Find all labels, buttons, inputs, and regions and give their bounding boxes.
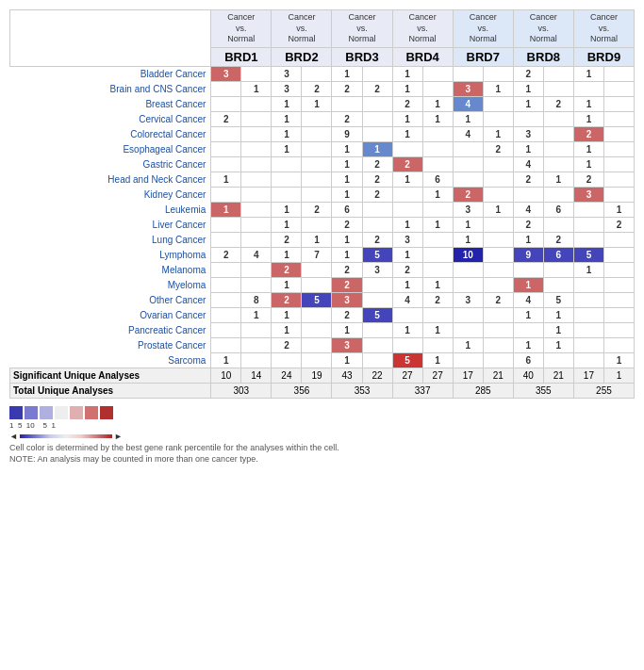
table-cell: 1 <box>543 323 573 338</box>
table-cell: 2 <box>272 338 302 353</box>
table-cell <box>241 203 272 218</box>
table-cell: 1 <box>453 338 483 353</box>
table-cell <box>543 127 573 142</box>
table-cell: 2 <box>362 233 392 248</box>
table-cell <box>604 67 635 82</box>
table-cell: 3 <box>392 233 422 248</box>
table-cell: 1 <box>573 112 603 127</box>
row-cancer-name: Kidney Cancer <box>10 188 211 203</box>
brd3-header: Cancervs.Normal <box>332 10 392 48</box>
table-cell <box>483 97 513 112</box>
table-cell: 2 <box>302 203 332 218</box>
table-cell: 1 <box>483 127 513 142</box>
sig-unique-val: 27 <box>422 368 453 384</box>
table-cell <box>422 203 453 218</box>
sig-unique-val: 21 <box>483 368 513 384</box>
table-cell <box>241 157 272 172</box>
total-unique-val: 355 <box>513 384 573 399</box>
table-cell: 4 <box>392 293 422 308</box>
row-cancer-name: Liver Cancer <box>10 218 211 233</box>
table-cell <box>422 127 453 142</box>
brd1-label: BRD1 <box>211 48 272 67</box>
table-cell: 1 <box>543 172 573 188</box>
row-cancer-name: Melanoma <box>10 263 211 278</box>
table-cell <box>392 188 422 203</box>
table-cell: 4 <box>453 97 483 112</box>
table-cell <box>573 323 603 338</box>
table-title-cell <box>10 10 211 67</box>
table-cell <box>211 278 241 293</box>
sig-unique-val: 14 <box>241 368 272 384</box>
table-cell: 5 <box>362 248 392 263</box>
table-cell: 3 <box>453 82 483 97</box>
table-cell <box>604 97 635 112</box>
legend-color-boxes <box>9 406 635 419</box>
table-cell <box>302 218 332 233</box>
brd1-header: Cancervs.Normal <box>211 10 272 48</box>
table-cell <box>241 142 272 157</box>
row-cancer-name: Pancreatic Cancer <box>10 323 211 338</box>
brd7-header: Cancervs.Normal <box>453 10 513 48</box>
table-cell <box>483 263 513 278</box>
table-cell: 1 <box>392 67 422 82</box>
brd8-header: Cancervs.Normal <box>513 10 573 48</box>
table-cell <box>392 142 422 157</box>
table-cell <box>362 112 392 127</box>
table-cell <box>604 112 635 127</box>
table-cell <box>422 142 453 157</box>
table-cell: 9 <box>513 248 543 263</box>
table-cell <box>362 127 392 142</box>
table-cell <box>573 218 603 233</box>
table-cell <box>483 248 513 263</box>
legend-neutral <box>55 406 68 419</box>
main-table: Cancervs.Normal Cancervs.Normal Cancervs… <box>9 9 635 399</box>
table-cell <box>362 97 392 112</box>
table-cell <box>211 338 241 353</box>
table-cell: 1 <box>272 127 302 142</box>
table-cell: 2 <box>272 263 302 278</box>
table-cell: 3 <box>332 338 362 353</box>
table-cell <box>543 278 573 293</box>
table-cell: 2 <box>332 263 362 278</box>
row-cancer-name: Sarcoma <box>10 353 211 368</box>
table-cell <box>302 263 332 278</box>
table-cell: 1 <box>272 308 302 323</box>
total-unique-val: 353 <box>332 384 392 399</box>
table-cell: 1 <box>272 203 302 218</box>
table-cell <box>241 278 272 293</box>
row-cancer-name: Colorectal Cancer <box>10 127 211 142</box>
table-cell: 2 <box>543 97 573 112</box>
table-cell: 3 <box>513 127 543 142</box>
table-cell: 1 <box>513 142 543 157</box>
table-cell: 2 <box>513 172 543 188</box>
table-cell <box>543 353 573 368</box>
table-cell <box>453 353 483 368</box>
table-cell <box>422 338 453 353</box>
table-cell <box>453 142 483 157</box>
table-cell: 3 <box>272 82 302 97</box>
table-cell <box>453 278 483 293</box>
table-cell <box>302 127 332 142</box>
row-cancer-name: Breast Cancer <box>10 97 211 112</box>
table-cell: 1 <box>272 248 302 263</box>
table-cell: 5 <box>302 293 332 308</box>
legend-blue-dark <box>9 406 23 419</box>
table-cell <box>573 82 603 97</box>
legend-red-light <box>70 406 83 419</box>
legend-arrow-row: ◄ ► <box>9 432 635 441</box>
table-cell <box>604 248 635 263</box>
table-cell: 1 <box>241 82 272 97</box>
table-cell <box>483 157 513 172</box>
table-cell: 1 <box>332 353 362 368</box>
table-cell: 1 <box>604 203 635 218</box>
table-cell <box>483 278 513 293</box>
table-cell: 1 <box>332 172 362 188</box>
table-cell: 1 <box>543 308 573 323</box>
table-cell <box>241 127 272 142</box>
row-cancer-name: Brain and CNS Cancer <box>10 82 211 97</box>
table-cell: 2 <box>573 172 603 188</box>
table-cell <box>604 142 635 157</box>
brd9-header: Cancervs.Normal <box>573 10 634 48</box>
table-cell <box>422 308 453 323</box>
table-cell <box>211 233 241 248</box>
